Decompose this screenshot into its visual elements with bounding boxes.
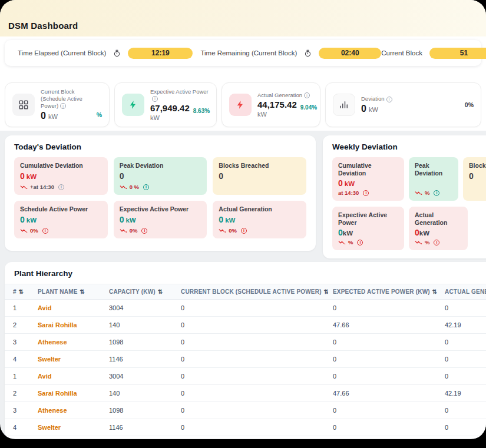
time-bar: Time Elapsed (Current Block) 12:19 Time … [5, 40, 481, 66]
table-cell: 3 [5, 334, 33, 351]
trend-down-icon [415, 191, 422, 195]
sort-icon [324, 288, 328, 295]
tile-actual-generation: Actual Generation 0kW 0% [213, 201, 306, 238]
sort-icon [80, 288, 85, 295]
table-cell: 0 [328, 334, 440, 351]
table-row[interactable]: 3Athenese1098000 [5, 402, 486, 419]
info-icon[interactable] [241, 228, 247, 234]
info-icon[interactable] [143, 184, 149, 190]
table-cell: 0 [328, 351, 440, 368]
table-row[interactable]: 1Avid3004000 [5, 368, 486, 385]
tile-peak-deviation: Peak Deviation % [409, 157, 458, 201]
plant-name-cell: Athenese [33, 402, 104, 419]
plant-name-cell: Swelter [33, 351, 104, 368]
table-cell: 0 [440, 419, 486, 436]
col-header-expected-active-power[interactable]: EXPECTED ACTIVE POWER (KW) [328, 284, 440, 300]
time-remaining-value: 02:40 [319, 48, 381, 59]
table-cell: 0 [176, 300, 328, 317]
info-icon[interactable] [386, 97, 392, 102]
info-icon[interactable] [42, 228, 48, 234]
info-icon[interactable] [60, 103, 66, 109]
kpi-value: 67,949.42 [150, 103, 190, 113]
app-window: DSM Dashboard Time Elapsed (Current Bloc… [0, 0, 486, 439]
table-row[interactable]: 3Athenese1098000 [5, 334, 486, 351]
kpi-value: 44,175.42 [257, 99, 297, 109]
table-cell: 2 [5, 317, 33, 334]
table-cell: 42.19 [440, 385, 486, 402]
table-row[interactable]: 2Sarai Rohilla140047.6642.19 [5, 385, 486, 402]
table-cell: 3004 [104, 300, 176, 317]
info-icon[interactable] [304, 92, 310, 98]
col-header-current-block[interactable]: CURRENT BLOCK (SCHEDULE ACTIVE POWER) [176, 284, 328, 300]
current-block-item: Current Block 51 [381, 48, 486, 59]
time-elapsed-item: Time Elapsed (Current Block) 12:19 [18, 48, 193, 59]
table-cell: 0 [176, 402, 328, 419]
top-section: Time Elapsed (Current Block) 12:19 Time … [0, 36, 486, 131]
trend-down-icon [338, 240, 346, 245]
kpi-expective-active-power: Expective Active Power 67,949.428.63% kW [114, 82, 217, 127]
tile-expective-active-power: Expective Active Power 0kW % [332, 207, 404, 250]
plant-name-cell: Swelter [33, 419, 104, 436]
kpi-unit: kW [48, 113, 58, 120]
kpi-current-block: Current Block (Schedule Active Power) 0k… [5, 82, 110, 127]
tile-blocks-breached: Blocks Breached 0 [463, 157, 486, 201]
table-cell: 0 [176, 334, 328, 351]
table-row[interactable]: 4Swelter1146000 [5, 351, 486, 368]
kpi-row: Current Block (Schedule Active Power) 0k… [5, 82, 481, 127]
col-header-plant-name[interactable]: PLANT NAME [33, 284, 104, 300]
sort-icon [158, 288, 163, 295]
info-icon[interactable] [363, 190, 369, 196]
table-cell: 0 [440, 368, 486, 385]
table-cell: 4 [5, 419, 33, 436]
plant-name-cell: Sarai Rohilla [33, 317, 104, 334]
tile-peak-deviation: Peak Deviation 0 0 % [114, 157, 207, 195]
kpi-deviation: Deviation 0kW 0% [325, 82, 481, 127]
todays-deviation-panel: Today's Deviation Cumulative Deviation 0… [5, 135, 316, 251]
info-icon[interactable] [58, 184, 64, 190]
bolt-icon [128, 100, 138, 109]
tile-actual-generation: Actual Generation 0kW % [409, 207, 468, 250]
trend-down-icon [219, 228, 226, 233]
table-row[interactable]: 4Swelter1146000 [5, 419, 486, 436]
table-cell: 140 [104, 385, 176, 402]
info-icon[interactable] [357, 240, 363, 245]
table-cell: 1 [5, 368, 33, 385]
deviation-panels: Today's Deviation Cumulative Deviation 0… [0, 131, 486, 258]
col-header-capacity[interactable]: CAPACITY (KW) [104, 284, 176, 300]
kpi-side-percent: 0% [465, 101, 474, 108]
kpi-actual-generation: Actual Generation 44,175.429.04% kW [221, 82, 320, 127]
kpi-label: Actual Generation [257, 92, 313, 99]
info-icon[interactable] [141, 228, 147, 234]
time-elapsed-label: Time Elapsed (Current Block) [18, 49, 106, 57]
trend-down-icon [120, 185, 127, 190]
table-cell: 0 [176, 317, 328, 334]
time-elapsed-value: 12:19 [128, 48, 193, 59]
kpi-value: 0 [41, 111, 46, 121]
kpi-percent: 9.04% [300, 104, 317, 111]
table-cell: 0 [176, 385, 328, 402]
current-block-value: 51 [429, 48, 486, 59]
table-cell: 0 [176, 368, 328, 385]
panel-title: Weekly Deviation [332, 142, 486, 151]
table-cell: 0 [328, 419, 440, 436]
table-cell: 3 [5, 402, 33, 419]
plant-name-cell: Avid [33, 300, 104, 317]
table-row[interactable]: 2Sarai Rohilla140047.6642.19 [5, 317, 486, 334]
col-header-actual-generation[interactable]: ACTUAL GENERATION (KW) [440, 284, 486, 300]
table-cell: 3004 [104, 368, 176, 385]
table-cell: 0 [328, 300, 440, 317]
table-cell: 47.66 [328, 385, 440, 402]
trend-down-icon [20, 228, 28, 233]
table-cell: 0 [328, 368, 440, 385]
info-icon[interactable] [152, 96, 158, 102]
table-cell: 1146 [104, 419, 176, 436]
kpi-label: Expective Active Power [150, 88, 209, 102]
info-icon[interactable] [434, 240, 439, 245]
table-cell: 0 [176, 351, 328, 368]
info-icon[interactable] [434, 190, 439, 196]
table-cell: 47.66 [328, 317, 440, 334]
table-cell: 1 [5, 300, 33, 317]
col-header-index[interactable]: # [5, 284, 33, 300]
table-row[interactable]: 1Avid3004000 [5, 300, 486, 317]
kpi-label: Deviation [361, 95, 392, 102]
